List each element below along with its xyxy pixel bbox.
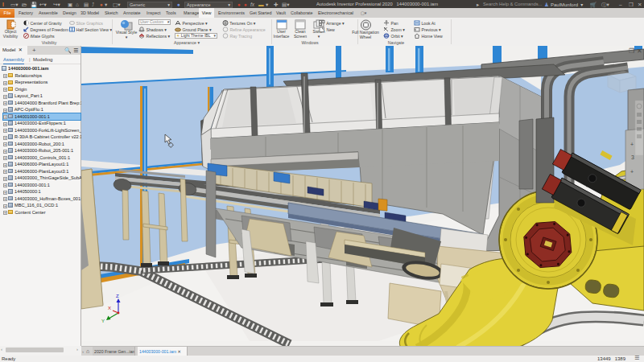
svg-text:❐: ❐ [629,47,634,55]
svg-text:3: 3 [631,154,634,160]
svg-text:✕: ✕ [637,47,642,55]
svg-text:Z: Z [116,294,119,298]
svg-text:Y: Y [101,319,105,323]
svg-text:+: + [630,142,634,147]
svg-text:+: + [630,169,634,175]
svg-text:X: X [108,306,111,311]
